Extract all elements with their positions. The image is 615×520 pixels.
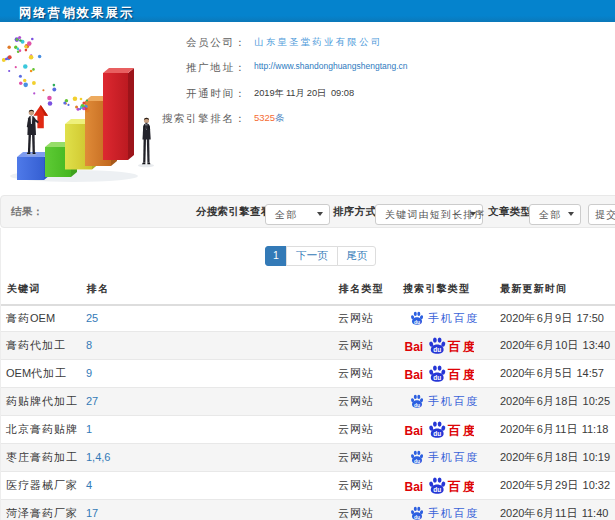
- svg-text:百度: 百度: [447, 423, 474, 437]
- svg-text:Bai: Bai: [405, 423, 424, 437]
- svg-text:du: du: [414, 318, 420, 324]
- svg-text:百度: 百度: [447, 479, 474, 493]
- svg-text:du: du: [414, 401, 420, 407]
- svg-text:du: du: [414, 457, 420, 463]
- svg-text:Bai: Bai: [405, 367, 424, 381]
- svg-text:du: du: [433, 430, 441, 437]
- svg-text:Bai: Bai: [405, 339, 424, 353]
- svg-text:du: du: [433, 486, 441, 493]
- svg-text:Bai: Bai: [405, 479, 424, 493]
- svg-text:du: du: [433, 346, 441, 353]
- svg-text:百度: 百度: [447, 367, 474, 381]
- svg-text:百度: 百度: [447, 339, 474, 353]
- svg-text:du: du: [433, 374, 441, 381]
- svg-text:du: du: [414, 513, 420, 519]
